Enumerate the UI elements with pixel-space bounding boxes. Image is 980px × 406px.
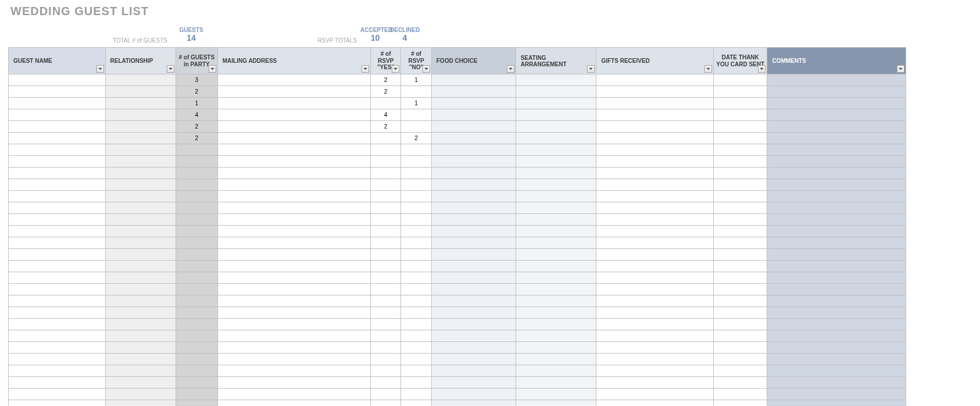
filter-icon[interactable]	[209, 65, 216, 73]
cell-relationship[interactable]	[105, 237, 176, 249]
col-thankyou[interactable]: DATE THANK YOU CARD SENT	[713, 48, 767, 74]
cell-relationship[interactable]	[105, 109, 176, 121]
cell-mailing[interactable]	[217, 365, 370, 377]
cell-seating[interactable]	[516, 237, 596, 249]
cell-food[interactable]	[431, 307, 516, 319]
cell-seating[interactable]	[516, 330, 596, 342]
cell-mailing[interactable]	[217, 121, 370, 133]
cell-rsvp-no[interactable]	[401, 226, 431, 237]
cell-comments[interactable]	[767, 98, 906, 109]
cell-seating[interactable]	[516, 319, 596, 330]
cell-mailing[interactable]	[217, 342, 370, 354]
cell-thankyou[interactable]	[713, 354, 767, 365]
cell-gifts[interactable]	[596, 295, 713, 307]
cell-food[interactable]	[431, 98, 516, 109]
cell-gifts[interactable]	[596, 226, 713, 237]
cell-food[interactable]	[431, 214, 516, 226]
cell-mailing[interactable]	[217, 330, 370, 342]
cell-relationship[interactable]	[105, 156, 176, 168]
cell-comments[interactable]	[767, 365, 906, 377]
cell-num-party[interactable]	[176, 330, 217, 342]
cell-seating[interactable]	[516, 156, 596, 168]
cell-guest-name[interactable]	[9, 98, 106, 109]
cell-rsvp-no[interactable]	[401, 144, 431, 156]
cell-gifts[interactable]	[596, 365, 713, 377]
cell-num-party[interactable]	[176, 179, 217, 191]
cell-guest-name[interactable]	[9, 121, 106, 133]
col-rsvp-no[interactable]: # of RSVP "NO"	[401, 48, 431, 74]
cell-mailing[interactable]	[217, 389, 370, 400]
cell-num-party[interactable]	[176, 377, 217, 389]
cell-guest-name[interactable]	[9, 237, 106, 249]
cell-gifts[interactable]	[596, 307, 713, 319]
cell-relationship[interactable]	[105, 168, 176, 179]
cell-rsvp-yes[interactable]	[370, 284, 400, 295]
cell-relationship[interactable]	[105, 226, 176, 237]
cell-seating[interactable]	[516, 307, 596, 319]
cell-comments[interactable]	[767, 144, 906, 156]
cell-relationship[interactable]	[105, 179, 176, 191]
cell-comments[interactable]	[767, 109, 906, 121]
cell-gifts[interactable]	[596, 179, 713, 191]
cell-num-party[interactable]	[176, 156, 217, 168]
cell-food[interactable]	[431, 400, 516, 407]
cell-comments[interactable]	[767, 342, 906, 354]
cell-comments[interactable]	[767, 226, 906, 237]
cell-food[interactable]	[431, 74, 516, 86]
cell-comments[interactable]	[767, 179, 906, 191]
cell-comments[interactable]	[767, 214, 906, 226]
cell-gifts[interactable]	[596, 109, 713, 121]
cell-rsvp-no[interactable]: 2	[401, 133, 431, 144]
cell-seating[interactable]	[516, 389, 596, 400]
cell-food[interactable]	[431, 365, 516, 377]
cell-rsvp-no[interactable]	[401, 377, 431, 389]
cell-seating[interactable]	[516, 202, 596, 214]
cell-rsvp-yes[interactable]	[370, 261, 400, 272]
cell-mailing[interactable]	[217, 400, 370, 407]
cell-thankyou[interactable]	[713, 389, 767, 400]
cell-gifts[interactable]	[596, 272, 713, 284]
cell-guest-name[interactable]	[9, 133, 106, 144]
cell-seating[interactable]	[516, 295, 596, 307]
cell-relationship[interactable]	[105, 74, 176, 86]
cell-guest-name[interactable]	[9, 284, 106, 295]
cell-rsvp-no[interactable]	[401, 168, 431, 179]
cell-rsvp-no[interactable]: 1	[401, 74, 431, 86]
cell-rsvp-yes[interactable]	[370, 354, 400, 365]
cell-rsvp-no[interactable]	[401, 307, 431, 319]
col-seating[interactable]: SEATING ARRANGEMENT	[516, 48, 596, 74]
cell-mailing[interactable]	[217, 98, 370, 109]
cell-num-party[interactable]	[176, 261, 217, 272]
cell-food[interactable]	[431, 133, 516, 144]
cell-num-party[interactable]: 2	[176, 121, 217, 133]
cell-guest-name[interactable]	[9, 377, 106, 389]
cell-guest-name[interactable]	[9, 179, 106, 191]
cell-num-party[interactable]: 4	[176, 109, 217, 121]
cell-seating[interactable]	[516, 191, 596, 202]
cell-guest-name[interactable]	[9, 354, 106, 365]
cell-num-party[interactable]: 1	[176, 98, 217, 109]
cell-thankyou[interactable]	[713, 202, 767, 214]
cell-thankyou[interactable]	[713, 156, 767, 168]
cell-num-party[interactable]	[176, 214, 217, 226]
cell-num-party[interactable]	[176, 191, 217, 202]
cell-comments[interactable]	[767, 319, 906, 330]
cell-thankyou[interactable]	[713, 168, 767, 179]
cell-gifts[interactable]	[596, 202, 713, 214]
cell-gifts[interactable]	[596, 168, 713, 179]
cell-seating[interactable]	[516, 133, 596, 144]
cell-seating[interactable]	[516, 365, 596, 377]
cell-thankyou[interactable]	[713, 365, 767, 377]
cell-comments[interactable]	[767, 74, 906, 86]
cell-comments[interactable]	[767, 400, 906, 407]
cell-gifts[interactable]	[596, 133, 713, 144]
cell-gifts[interactable]	[596, 156, 713, 168]
cell-seating[interactable]	[516, 284, 596, 295]
cell-guest-name[interactable]	[9, 86, 106, 98]
cell-thankyou[interactable]	[713, 74, 767, 86]
cell-mailing[interactable]	[217, 202, 370, 214]
cell-num-party[interactable]	[176, 284, 217, 295]
cell-gifts[interactable]	[596, 214, 713, 226]
cell-guest-name[interactable]	[9, 249, 106, 261]
cell-relationship[interactable]	[105, 354, 176, 365]
